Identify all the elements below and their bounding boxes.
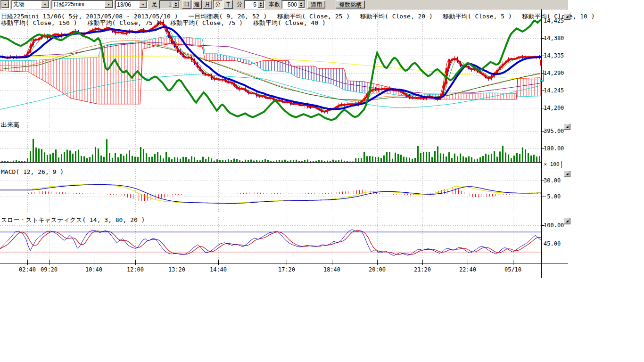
axis-menu-button-main[interactable]: ◢ <box>564 13 570 20</box>
price-axis-label: 14,425 <box>544 17 564 24</box>
time-axis-label: 05/10 <box>503 266 523 273</box>
indicator-label: 移動平均( Close, 150 ) <box>1 19 77 27</box>
indicator-label: 移動平均( Close, 40 ) <box>253 19 326 27</box>
mini-combo[interactable]: ▼ <box>0 0 10 9</box>
symbol-value: 日経225mini <box>52 0 104 8</box>
time-axis-label: 18:40 <box>322 266 342 273</box>
price-axis-label: 14,380 <box>544 35 564 41</box>
contract-month-value: 13/06 <box>116 1 139 8</box>
minutes-label: 分 <box>237 0 242 8</box>
bar-count-spinner[interactable]: 500 <box>281 0 305 9</box>
chevron-down-icon[interactable]: ▼ <box>41 1 49 8</box>
volume-axis-label: 180.00 <box>544 145 564 152</box>
axis-menu-button-volume[interactable]: ◢ <box>564 123 570 130</box>
price-axis-label: 14,335 <box>544 52 564 59</box>
toolbar: ▼ 先物 ▼ 日経225mini ▼ 13/06 ▼ 足 1 日週月分T 分 5… <box>0 0 568 9</box>
price-axis-label: 14,290 <box>544 70 564 76</box>
symbol-combo[interactable]: 日経225mini ▼ <box>51 0 114 9</box>
macd-axis-label: -5.00 <box>544 193 561 200</box>
apply-button[interactable]: 適用 <box>307 0 325 8</box>
period-button-group: 日週月分T <box>181 0 233 9</box>
indicator-label: 移動平均( Close, 75 ) <box>88 19 160 27</box>
volume-pane-title: 出来高 <box>1 121 19 129</box>
indicator-label: 移動平均( Close, 75 ) <box>170 19 243 27</box>
bar-interval-spinner[interactable]: 1 <box>159 0 180 9</box>
bar-interval-value: 1 <box>159 1 173 8</box>
spinner-arrows-icon[interactable] <box>173 1 179 8</box>
bar-type-label: 足 <box>152 0 157 8</box>
chevron-down-icon[interactable]: ▼ <box>139 1 147 8</box>
time-axis-label: 12:00 <box>125 266 146 273</box>
chart-application-window: ▼ 先物 ▼ 日経225mini ▼ 13/06 ▼ 足 1 日週月分T 分 5… <box>0 0 644 362</box>
spinner-arrows-icon[interactable] <box>257 1 264 8</box>
time-axis-label: 09:20 <box>39 266 59 273</box>
volume-axis-label: 395.00 <box>544 128 564 134</box>
axis-menu-button-macd[interactable]: ◢ <box>564 171 570 177</box>
time-axis-label: 14:40 <box>208 266 229 273</box>
volume-multiplier-box: × 100 <box>542 161 561 168</box>
axis-menu-button-stoch[interactable]: ◢ <box>564 218 570 224</box>
chevron-down-icon[interactable]: ▼ <box>1 1 9 8</box>
chevron-down-icon[interactable]: ▼ <box>105 1 113 8</box>
instrument-type-combo[interactable]: 先物 ▼ <box>11 0 50 9</box>
minutes-spinner[interactable]: 5 <box>244 0 265 9</box>
time-axis-label: 20:00 <box>367 266 388 273</box>
bar-count-label: 本数 <box>269 0 280 8</box>
instrument-type-value: 先物 <box>12 0 41 8</box>
indicator-label: 移動平均( Close, 5 ) <box>443 12 512 21</box>
macd-axis-label: 30.00 <box>544 177 561 184</box>
time-axis-label: 21:20 <box>412 266 433 273</box>
time-axis-label: 10:40 <box>83 266 104 273</box>
price-axis-label: 14,245 <box>544 87 564 94</box>
period-button-日[interactable]: 日 <box>182 0 191 9</box>
macd-pane-title: MACD( 12, 26, 9 ) <box>1 168 64 175</box>
period-button-T[interactable]: T <box>223 0 233 9</box>
spinner-arrows-icon[interactable] <box>298 1 305 8</box>
contract-month-combo[interactable]: 13/06 ▼ <box>115 0 148 9</box>
period-button-週[interactable]: 週 <box>192 0 202 9</box>
price-axis-label: 14,200 <box>544 105 564 111</box>
time-axis-label: 02:40 <box>17 266 38 273</box>
indicator-label: 移動平均( Close, 20 ) <box>360 12 433 21</box>
time-axis-label: 22:40 <box>457 266 478 273</box>
stochastics-pane-title: スロー・ストキャスティクス( 14, 3, 80, 20 ) <box>1 216 145 224</box>
period-button-月[interactable]: 月 <box>203 0 212 9</box>
multiple-symbols-button[interactable]: 複数銘柄 <box>336 0 365 8</box>
time-axis-label: 13:20 <box>166 266 187 273</box>
stoch-axis-label: 100.00 <box>544 222 564 229</box>
minutes-value: 5 <box>244 1 257 8</box>
chart-header-row-2: 移動平均( Close, 150 )移動平均( Close, 75 )移動平均(… <box>1 18 336 27</box>
chart-canvas[interactable] <box>0 0 570 283</box>
time-axis-label: 17:20 <box>276 266 297 273</box>
stoch-axis-label: 45.00 <box>544 240 561 247</box>
period-button-分[interactable]: 分 <box>213 0 223 9</box>
bar-count-value: 500 <box>282 1 298 8</box>
